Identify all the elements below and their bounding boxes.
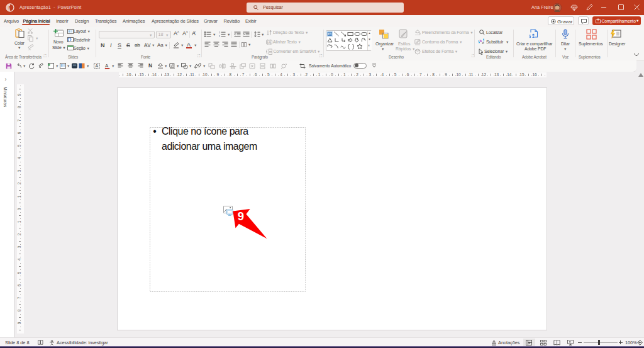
svg-text:1: 1 — [219, 31, 221, 34]
svg-text:2: 2 — [219, 35, 221, 37]
svg-text:A: A — [328, 32, 331, 36]
svg-text:P: P — [9, 5, 12, 11]
svg-text:A: A — [105, 63, 109, 69]
svg-text:9: 9 — [238, 210, 244, 223]
svg-text:A: A — [96, 64, 99, 68]
svg-text:A: A — [268, 40, 270, 44]
svg-text:c: c — [482, 40, 484, 44]
svg-text:A: A — [270, 30, 272, 33]
